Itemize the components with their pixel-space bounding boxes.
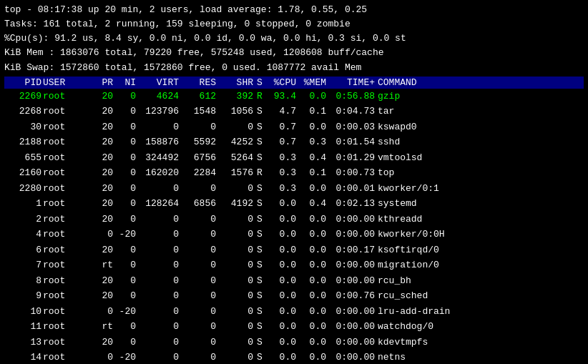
cell-mem: 0.0	[296, 335, 326, 350]
cell-shr: 5264	[216, 151, 253, 165]
cell-pid: 2268	[4, 104, 41, 119]
cell-res: 0	[179, 335, 216, 350]
cell-user: root	[41, 289, 90, 303]
table-row: 7rootrt0000S0.00.00:00.00migration/0	[4, 257, 584, 273]
cell-pid: 2	[4, 212, 41, 227]
cell-pid: 4	[4, 227, 41, 242]
cell-ni: 0	[113, 151, 136, 165]
table-row: 9root200000S0.00.00:00.76rcu_sched	[4, 288, 584, 304]
cell-pr: 20	[90, 274, 113, 288]
cell-mem: 0.4	[296, 197, 326, 211]
cell-cpu: 0.0	[266, 305, 296, 319]
cell-mem: 0.0	[296, 289, 326, 303]
cell-pid: 9	[4, 289, 41, 303]
table-row: 2root200000S0.00.00:00.00kthreadd	[4, 212, 584, 227]
cell-s: S	[253, 197, 266, 211]
header-line2: Tasks: 161 total, 2 running, 159 sleepin…	[4, 17, 584, 31]
cell-s: S	[253, 258, 266, 272]
cell-cpu: 0.0	[266, 274, 296, 288]
cell-cmd: gzip	[375, 89, 504, 104]
cell-shr: 0	[216, 305, 253, 319]
cell-cpu: 0.0	[266, 212, 296, 227]
cell-virt: 0	[136, 227, 179, 242]
cell-mem: 0.0	[296, 274, 326, 288]
cell-user: root	[41, 151, 90, 165]
cell-pr: 20	[90, 89, 113, 104]
cell-time: 0:00.01	[326, 182, 375, 196]
cell-pr: 0	[90, 227, 113, 242]
top-header: top - 08:17:38 up 20 min, 2 users, load …	[4, 3, 584, 75]
cell-pr: 0	[90, 305, 113, 319]
cell-user: root	[41, 104, 90, 119]
cell-shr: 1576	[216, 166, 253, 180]
table-row: 10root0-20000S0.00.00:00.00lru-add-drain	[4, 304, 584, 320]
cell-shr: 0	[216, 320, 253, 334]
cell-cmd: ksoftirqd/0	[375, 243, 504, 257]
cell-ni: -20	[113, 305, 136, 319]
cell-mem: 0.3	[296, 135, 326, 149]
col-header-cpu: %CPU	[266, 77, 296, 88]
cell-time: 0:00.17	[326, 243, 375, 257]
header-line3: %Cpu(s): 91.2 us, 8.4 sy, 0.0 ni, 0.0 id…	[4, 31, 584, 46]
cell-cmd: vmtoolsd	[375, 151, 504, 165]
cell-pid: 7	[4, 258, 41, 272]
cell-pid: 11	[4, 320, 41, 334]
cell-pr: 20	[90, 151, 113, 165]
table-row: 2268root20012379615481056S4.70.10:04.73t…	[4, 104, 584, 119]
cell-time: 0:01.29	[326, 151, 375, 165]
cell-pr: 20	[90, 289, 113, 303]
cell-virt: 0	[136, 243, 179, 257]
cell-shr: 4192	[216, 197, 253, 211]
cell-pid: 655	[4, 151, 41, 165]
table-row: 11rootrt0000S0.00.00:00.00watchdog/0	[4, 319, 584, 335]
cell-virt: 0	[136, 305, 179, 319]
cell-user: root	[41, 120, 90, 134]
table-row: 30root200000S0.70.00:00.03kswapd0	[4, 119, 584, 135]
cell-cpu: 0.0	[266, 335, 296, 350]
cell-res: 5592	[179, 135, 216, 149]
col-header-res: RES	[179, 77, 216, 88]
cell-mem: 0.0	[296, 212, 326, 227]
cell-user: root	[41, 335, 90, 350]
header-line5: KiB Swap: 1572860 total, 1572860 free, 0…	[4, 61, 584, 75]
cell-s: S	[253, 135, 266, 149]
cell-res: 0	[179, 274, 216, 288]
cell-virt: 123796	[136, 104, 179, 119]
cell-user: root	[41, 243, 90, 257]
cell-pr: 20	[90, 120, 113, 134]
cell-ni: -20	[113, 227, 136, 242]
cell-s: R	[253, 166, 266, 180]
cell-cmd: kthreadd	[375, 212, 504, 227]
cell-s: S	[253, 274, 266, 288]
cell-res: 0	[179, 212, 216, 227]
cell-mem: 0.0	[296, 320, 326, 334]
cell-shr: 0	[216, 120, 253, 134]
cell-user: root	[41, 274, 90, 288]
cell-ni: 0	[113, 197, 136, 211]
cell-virt: 128264	[136, 197, 179, 211]
cell-pid: 2188	[4, 135, 41, 149]
cell-res: 0	[179, 227, 216, 242]
cell-pid: 2269	[4, 89, 41, 104]
cell-s: S	[253, 151, 266, 165]
cell-pid: 8	[4, 274, 41, 288]
cell-time: 0:00.00	[326, 335, 375, 350]
cell-s: S	[253, 243, 266, 257]
cell-ni: 0	[113, 335, 136, 350]
cell-cmd: kdevtmpfs	[375, 335, 504, 350]
cell-ni: 0	[113, 212, 136, 227]
cell-pid: 10	[4, 305, 41, 319]
cell-s: R	[253, 89, 266, 104]
cell-mem: 0.0	[296, 243, 326, 257]
cell-ni: 0	[113, 258, 136, 272]
cell-user: root	[41, 197, 90, 211]
cell-time: 0:00.00	[326, 227, 375, 242]
cell-mem: 0.0	[296, 182, 326, 196]
cell-user: root	[41, 182, 90, 196]
cell-s: S	[253, 335, 266, 350]
cell-time: 0:00.00	[326, 305, 375, 319]
cell-cmd: migration/0	[375, 258, 504, 272]
cell-pr: 20	[90, 243, 113, 257]
cell-cmd: rcu_sched	[375, 289, 504, 303]
cell-time: 0:00.00	[326, 212, 375, 227]
